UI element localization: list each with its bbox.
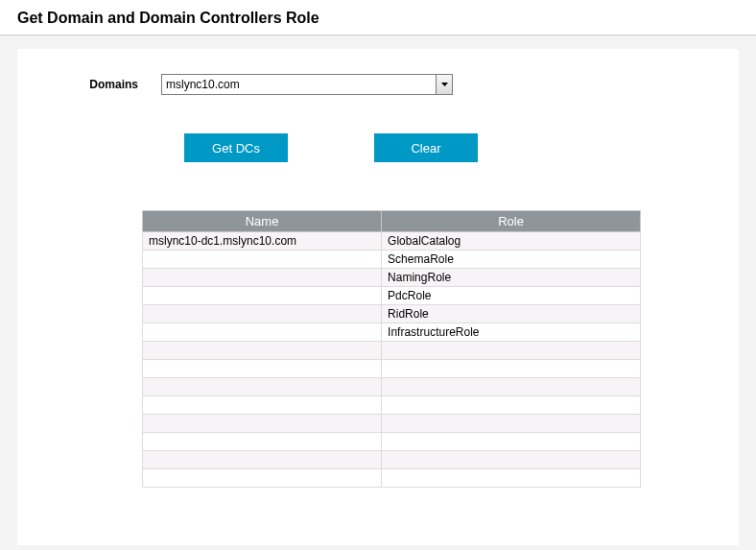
cell-name <box>143 415 382 433</box>
cell-role <box>382 378 641 396</box>
cell-name <box>143 323 382 342</box>
cell-name <box>143 342 382 360</box>
domains-label: Domains <box>56 78 161 91</box>
chevron-down-icon <box>441 83 448 86</box>
main-panel: Domains Get DCs Clear Name Role <box>17 49 739 545</box>
cell-name: mslync10-dc1.mslync10.com <box>143 232 382 251</box>
cell-role: PdcRole <box>382 287 641 305</box>
cell-name <box>143 360 382 378</box>
title-divider <box>0 35 756 36</box>
cell-name <box>143 251 382 269</box>
get-dcs-button[interactable]: Get DCs <box>184 133 288 162</box>
cell-name <box>143 378 382 396</box>
table-row <box>143 451 641 469</box>
cell-role: InfrastructureRole <box>382 323 641 342</box>
cell-name <box>143 451 382 469</box>
cell-role: GlobalCatalog <box>382 232 641 251</box>
cell-role <box>382 396 641 415</box>
clear-button[interactable]: Clear <box>374 133 478 162</box>
cell-name <box>143 469 382 488</box>
table-row <box>143 433 641 451</box>
results-table: Name Role mslync10-dc1.mslync10.comGloba… <box>142 210 641 488</box>
cell-role <box>382 415 641 433</box>
domains-dropdown-button[interactable] <box>436 75 452 94</box>
domains-select[interactable] <box>161 74 453 95</box>
table-row <box>143 396 641 415</box>
cell-name <box>143 305 382 323</box>
cell-role <box>382 360 641 378</box>
cell-role: NamingRole <box>382 269 641 287</box>
table-row <box>143 360 641 378</box>
table-row: mslync10-dc1.mslync10.comGlobalCatalog <box>143 232 641 251</box>
svg-marker-0 <box>441 83 448 86</box>
cell-role <box>382 433 641 451</box>
table-row <box>143 469 641 488</box>
table-row: InfrastructureRole <box>143 323 641 342</box>
table-row: NamingRole <box>143 269 641 287</box>
cell-role: RidRole <box>382 305 641 323</box>
table-row: PdcRole <box>143 287 641 305</box>
cell-role <box>382 451 641 469</box>
results-table-wrap: Name Role mslync10-dc1.mslync10.comGloba… <box>142 210 641 488</box>
table-row <box>143 342 641 360</box>
cell-name <box>143 287 382 305</box>
cell-name <box>143 433 382 451</box>
page-title: Get Domain and Domain Controllers Role <box>0 0 756 35</box>
domains-input[interactable] <box>162 75 436 94</box>
cell-name <box>143 269 382 287</box>
cell-role <box>382 342 641 360</box>
cell-role <box>382 469 641 488</box>
col-header-role: Role <box>382 211 641 232</box>
table-row <box>143 415 641 433</box>
table-row <box>143 378 641 396</box>
table-row: SchemaRole <box>143 251 641 269</box>
cell-role: SchemaRole <box>382 251 641 269</box>
cell-name <box>143 396 382 415</box>
button-row: Get DCs Clear <box>184 133 700 162</box>
col-header-name: Name <box>143 211 382 232</box>
table-row: RidRole <box>143 305 641 323</box>
domains-row: Domains <box>56 74 700 95</box>
